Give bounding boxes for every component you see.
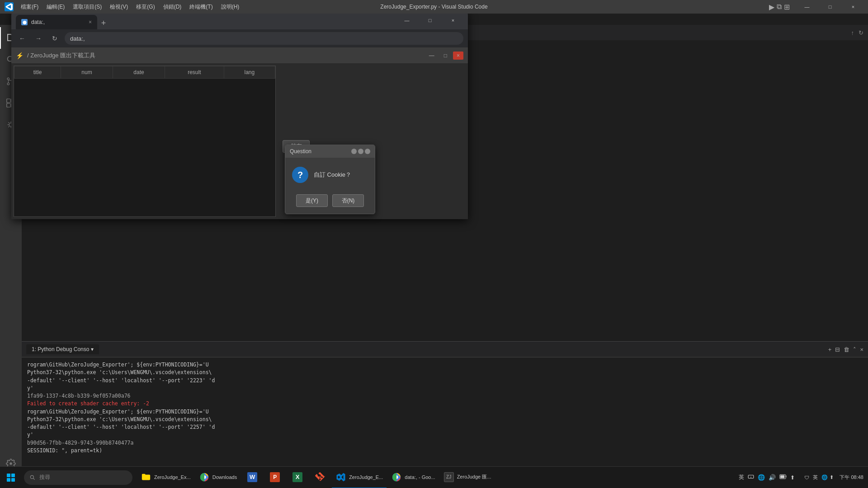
chrome-toolbar: ← → ↻ data:, bbox=[11, 29, 468, 47]
terminal-tab-label: 1: Python Debug Conso ▾ bbox=[32, 346, 94, 352]
col-date: date bbox=[113, 66, 165, 79]
question-mark: ? bbox=[297, 170, 303, 180]
chrome-content: ⚡ / ZeroJudge 匯出下載工具 — □ × bbox=[11, 47, 468, 219]
taskbar-item-zerojudge[interactable]: ZJ ZeroJudge 匯... bbox=[440, 467, 495, 488]
taskbar-item-git[interactable] bbox=[309, 467, 331, 488]
refresh-icon[interactable]: ↻ bbox=[859, 29, 863, 36]
chrome-close-tab[interactable]: × bbox=[89, 19, 92, 25]
chrome-favicon: ⬤ bbox=[21, 19, 28, 25]
yes-button[interactable]: 是(Y) bbox=[296, 194, 328, 207]
start-button[interactable] bbox=[0, 467, 22, 488]
vscode-taskbar-label: ZeroJudge_E... bbox=[349, 474, 383, 480]
windows-logo-icon bbox=[7, 474, 15, 482]
vscode-logo bbox=[5, 2, 14, 11]
zerojudge-maximize[interactable]: □ bbox=[440, 52, 451, 60]
taskbar-clock[interactable]: 下午 08:48 bbox=[840, 474, 863, 481]
taskbar-item-fileexplorer[interactable]: ZeroJudge_Ex... bbox=[137, 467, 194, 488]
collapse-terminal-icon[interactable]: ˄ bbox=[853, 346, 856, 353]
downloads-label: Downloads bbox=[212, 474, 237, 480]
menu-file[interactable]: 檔案(F) bbox=[17, 2, 42, 12]
maximize-button[interactable]: □ bbox=[820, 0, 840, 14]
ime-tools: 🌐 ⬆ bbox=[821, 474, 834, 480]
col-title: title bbox=[14, 66, 61, 79]
zerojudge-close[interactable]: × bbox=[453, 52, 463, 60]
menu-selection[interactable]: 選取項目(S) bbox=[69, 2, 105, 12]
chrome-maximize[interactable]: □ bbox=[420, 14, 440, 27]
network-icon[interactable]: 🌐 bbox=[758, 474, 765, 481]
address-bar[interactable]: data:, bbox=[65, 32, 463, 45]
back-button[interactable]: ← bbox=[16, 32, 28, 45]
close-button[interactable]: × bbox=[843, 0, 863, 14]
chrome-tabs: ⬤ data:, × + bbox=[16, 11, 110, 29]
col-lang: lang bbox=[224, 66, 275, 79]
battery-icon[interactable] bbox=[779, 474, 787, 481]
terminal-panel: 1: Python Debug Conso ▾ + ⊟ 🗑 ˄ × rogram… bbox=[22, 341, 868, 477]
menu-edit[interactable]: 編輯(E) bbox=[43, 2, 68, 12]
menu-help[interactable]: 說明(H) bbox=[217, 2, 243, 12]
windows-taskbar: 搜尋 ZeroJudge_Ex... Downloads W bbox=[0, 466, 868, 488]
zerojudge-minimize[interactable]: — bbox=[425, 52, 438, 60]
menu-goto[interactable]: 移至(G) bbox=[132, 2, 158, 12]
taskbar-item-word[interactable]: W bbox=[241, 467, 263, 488]
chrome-titlebar: ⬤ data:, × + — □ × bbox=[11, 11, 468, 29]
question-icon: ? bbox=[292, 167, 308, 183]
antivirus-icon[interactable]: 🛡 bbox=[804, 475, 809, 480]
terminal-content[interactable]: rogram\GitHub\ZeroJudge_Exporter'; ${env… bbox=[22, 357, 868, 477]
chrome-taskbar-icon bbox=[199, 472, 210, 483]
taskbar-item-vscode[interactable]: ZeroJudge_E... bbox=[332, 467, 387, 488]
taskbar-item-powerpoint[interactable]: P bbox=[264, 467, 286, 488]
chrome-close[interactable]: × bbox=[443, 14, 463, 27]
keyboard-icon[interactable] bbox=[748, 474, 754, 481]
taskbar-item-excel[interactable]: X bbox=[287, 467, 308, 488]
menu-debug[interactable]: 偵錯(D) bbox=[160, 2, 185, 12]
menu-terminal[interactable]: 終端機(T) bbox=[186, 2, 216, 12]
notification-icons: 🛡 英 🌐 ⬆ bbox=[801, 474, 837, 481]
taskbar-item-downloads[interactable]: Downloads bbox=[195, 467, 241, 488]
dialog-titlebar: Question bbox=[285, 145, 375, 158]
new-terminal-icon[interactable]: + bbox=[828, 346, 832, 353]
kill-terminal-icon[interactable]: 🗑 bbox=[844, 346, 849, 353]
layout-icon[interactable]: ⊞ bbox=[784, 3, 790, 11]
dialog-minimize-btn[interactable] bbox=[351, 149, 357, 154]
chrome-minimize[interactable]: — bbox=[396, 14, 417, 27]
menu-view[interactable]: 檢視(V) bbox=[106, 2, 132, 12]
ime-icon[interactable]: 英 bbox=[739, 474, 744, 481]
terminal-line-7: rogram\GitHub\ZeroJudge_Exporter'; ${env… bbox=[27, 408, 863, 416]
scroll-up-icon[interactable]: ↑ bbox=[851, 29, 854, 36]
git-icon bbox=[315, 472, 326, 483]
fileexplorer-label: ZeroJudge_Ex... bbox=[154, 474, 191, 480]
taskbar-item-chrome2[interactable]: data:, - Goo... bbox=[387, 467, 439, 488]
col-num: num bbox=[61, 66, 113, 79]
taskbar-items: ZeroJudge_Ex... Downloads W P bbox=[135, 467, 731, 488]
forward-button[interactable]: → bbox=[32, 32, 45, 45]
terminal-line-9: -default' '--client' '--host' 'localhost… bbox=[27, 423, 863, 431]
dialog-maximize-btn[interactable] bbox=[358, 149, 363, 154]
zerojudge-table-area: title num date result lang bbox=[14, 66, 276, 217]
chrome2-taskbar-icon bbox=[391, 472, 402, 483]
chrome-tab-active[interactable]: ⬤ data:, × bbox=[16, 15, 97, 29]
terminal-line-1: rogram\GitHub\ZeroJudge_Exporter'; ${env… bbox=[27, 361, 863, 369]
minimize-button[interactable]: — bbox=[797, 0, 817, 14]
close-terminal-icon[interactable]: × bbox=[860, 346, 863, 353]
no-button[interactable]: 否(N) bbox=[332, 194, 364, 207]
dialog-close-btn[interactable] bbox=[365, 149, 370, 154]
split-editor-icon[interactable]: ⧉ bbox=[777, 3, 782, 11]
run-icon[interactable]: ▶ bbox=[769, 3, 774, 11]
zerojudge-content: title num date result lang bbox=[11, 63, 468, 219]
zerojudge-table: title num date result lang bbox=[14, 66, 275, 79]
chrome-new-tab-button[interactable]: + bbox=[97, 17, 110, 29]
terminal-line-error: Failed to create shader cache entry: -2 bbox=[27, 400, 863, 408]
ime2-icon[interactable]: 英 bbox=[813, 474, 818, 481]
vscode-taskbar-icon bbox=[335, 472, 346, 483]
taskbar-search[interactable]: 搜尋 bbox=[24, 470, 132, 485]
terminal-line-12: b90d56-7fbb-4829-9743-990b8740477a bbox=[27, 439, 863, 447]
volume-icon[interactable]: 🔊 bbox=[769, 474, 776, 481]
zerojudge-app: ⚡ / ZeroJudge 匯出下載工具 — □ × bbox=[11, 47, 468, 219]
taskbar-right: 英 🌐 🔊 ⬆ 🛡 英 🌐 ⬆ bbox=[731, 467, 868, 488]
terminal-tab-python[interactable]: 1: Python Debug Conso ▾ bbox=[26, 344, 99, 354]
titlebar-right: ▶ ⧉ ⊞ — □ × bbox=[769, 0, 863, 14]
split-terminal-icon[interactable]: ⊟ bbox=[835, 346, 840, 353]
zerojudge-taskbar-label: ZeroJudge 匯... bbox=[457, 474, 491, 480]
refresh-button[interactable]: ↻ bbox=[48, 32, 61, 45]
notification-up-icon[interactable]: ⬆ bbox=[790, 474, 795, 481]
